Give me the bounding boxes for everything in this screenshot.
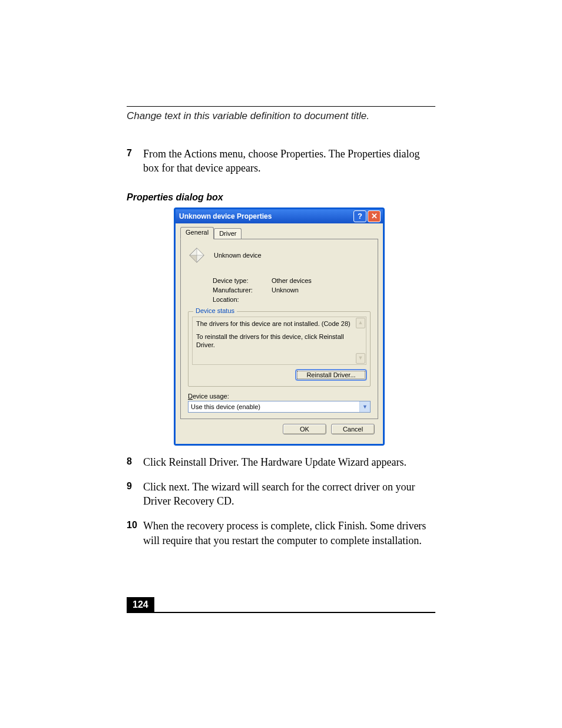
step-number: 8: [127, 455, 143, 469]
svg-marker-2: [190, 255, 197, 262]
step-item: 10 When the recovery process is complete…: [127, 519, 435, 548]
dialog-title: Unknown device Properties: [179, 212, 352, 220]
scroll-down-icon: ▼: [356, 353, 365, 364]
tab-driver[interactable]: Driver: [214, 228, 242, 240]
help-icon: ?: [358, 212, 362, 220]
close-button[interactable]: ✕: [368, 210, 381, 222]
dialog-titlebar: Unknown device Properties ? ✕: [176, 209, 383, 223]
step-text: Click Reinstall Driver. The Hardware Upd…: [143, 455, 435, 469]
status-line: The drivers for this device are not inst…: [196, 319, 355, 328]
dialog-button-row: OK Cancel: [180, 419, 378, 438]
device-info: Device type: Other devices Manufacturer:…: [213, 277, 371, 303]
step-item: 8 Click Reinstall Driver. The Hardware U…: [127, 455, 435, 469]
step-item: 7 From the Actions menu, choose Properti…: [127, 147, 435, 176]
status-scrollbar[interactable]: ▲ ▼: [356, 318, 365, 364]
page-footer: 124: [127, 597, 435, 613]
step-text: When the recovery process is complete, c…: [143, 519, 435, 548]
tab-panel-general: Unknown device Device type: Other device…: [180, 239, 378, 419]
figure-caption: Properties dialog box: [127, 192, 435, 203]
step-item: 9 Click next. The wizard will search for…: [127, 480, 435, 509]
close-icon: ✕: [371, 212, 378, 220]
chevron-down-icon: ▼: [359, 401, 370, 412]
device-usage-select[interactable]: Use this device (enable) ▼: [188, 401, 371, 413]
cancel-button[interactable]: Cancel: [331, 424, 375, 434]
step-number: 7: [127, 147, 143, 176]
step-text: From the Actions menu, choose Properties…: [143, 147, 435, 176]
device-type-label: Device type:: [213, 277, 272, 284]
device-usage-value: Use this device (enable): [191, 403, 359, 410]
manufacturer-label: Manufacturer:: [213, 286, 272, 294]
help-button[interactable]: ?: [353, 210, 366, 222]
ok-button[interactable]: OK: [283, 424, 326, 434]
step-number: 9: [127, 480, 143, 509]
device-status-legend: Device status: [193, 307, 237, 314]
tab-general[interactable]: General: [180, 227, 214, 239]
properties-dialog: Unknown device Properties ? ✕ General Dr…: [174, 207, 385, 446]
dialog-figure: Unknown device Properties ? ✕ General Dr…: [174, 207, 435, 446]
device-header: Unknown device: [188, 246, 371, 264]
page-number: 124: [127, 597, 154, 612]
device-usage-label: Device usage:: [188, 393, 371, 400]
manufacturer-value: Unknown: [272, 286, 299, 294]
dialog-body: General Driver Unknown device: [176, 223, 383, 444]
location-label: Location:: [213, 296, 272, 303]
device-icon: [188, 246, 206, 264]
label-rest: evice usage:: [193, 393, 229, 400]
device-status-group: Device status The drivers for this devic…: [188, 311, 371, 387]
svg-marker-1: [197, 248, 204, 255]
footer-rule: [127, 612, 435, 613]
step-number: 10: [127, 519, 143, 548]
document-page: Change text in this variable definition …: [0, 0, 562, 728]
header-rule: [127, 106, 435, 107]
device-type-value: Other devices: [272, 277, 312, 284]
running-header: Change text in this variable definition …: [127, 110, 435, 122]
scroll-up-icon: ▲: [356, 318, 365, 328]
device-name: Unknown device: [214, 252, 262, 259]
step-text: Click next. The wizard will search for t…: [143, 480, 435, 509]
tab-strip: General Driver: [180, 227, 378, 239]
reinstall-driver-button[interactable]: Reinstall Driver...: [296, 370, 366, 380]
mnemonic: D: [188, 393, 193, 400]
status-line: To reinstall the drivers for this device…: [196, 332, 355, 350]
device-status-text: The drivers for this device are not inst…: [192, 317, 366, 365]
